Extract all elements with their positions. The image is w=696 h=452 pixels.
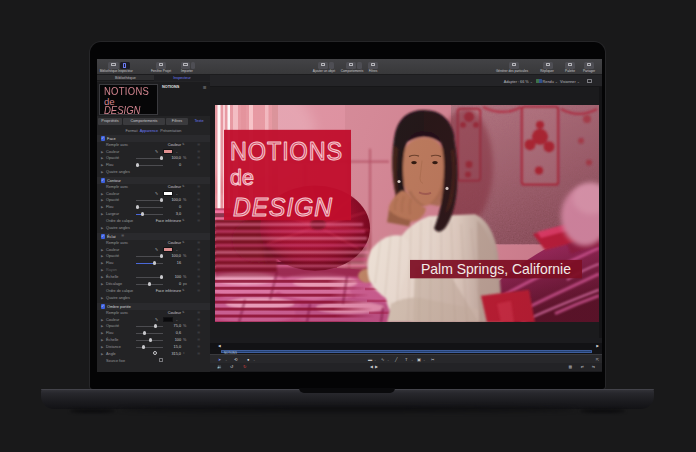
svg-text:NOTIONS: NOTIONS bbox=[230, 137, 343, 165]
svg-text:de: de bbox=[230, 164, 254, 190]
svg-text:Palm Springs, Californie: Palm Springs, Californie bbox=[421, 261, 571, 277]
svg-text:DESIGN: DESIGN bbox=[233, 193, 333, 221]
